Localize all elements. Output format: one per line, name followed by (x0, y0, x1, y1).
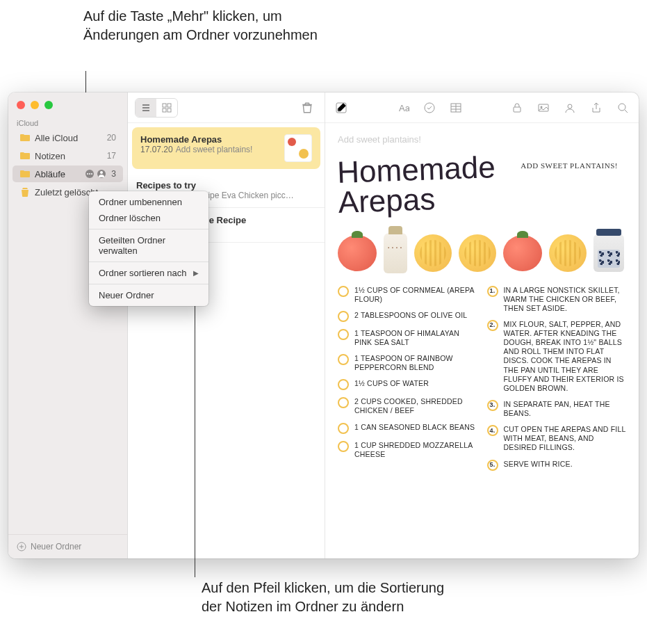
new-folder-label: Neuer Ordner (31, 542, 81, 552)
callout-bottom: Auf den Pfeil klicken, um die Sortierung… (202, 579, 452, 616)
bullet-icon (338, 441, 349, 452)
svg-point-1 (87, 173, 88, 175)
svg-point-19 (619, 104, 625, 111)
ingredient-item: 1 teaspoon of rainbow peppercorn blend (338, 354, 477, 372)
step-number-icon: 4. (487, 425, 498, 436)
compose-button[interactable] (334, 100, 349, 115)
shared-icon (97, 169, 106, 179)
svg-point-13 (425, 103, 434, 113)
sidebar-item-ablaeufe[interactable]: Abläufe 3 (13, 166, 123, 182)
editor-toolbar: Aa (325, 92, 639, 123)
minimize-window-button[interactable] (31, 101, 39, 109)
svg-point-18 (568, 104, 572, 108)
note-title: Homemade Arepas (140, 134, 279, 145)
folder-icon (19, 132, 31, 143)
folder-icon (19, 150, 31, 161)
close-window-button[interactable] (17, 101, 25, 109)
recipe-annotation: Add sweet plantains! (521, 161, 618, 170)
ingredient-text: 1 teaspoon of rainbow peppercorn blend (354, 354, 477, 372)
bullet-icon (338, 329, 349, 340)
ingredient-item: 1½ cups of water (338, 379, 477, 390)
illustration-row (338, 233, 626, 273)
step-item: 1.In a large nonstick skillet, warm the … (487, 286, 627, 313)
note-title: Recipes to try (136, 180, 316, 191)
step-number-icon: 2. (487, 320, 498, 331)
ingredient-text: 1½ cups of water (354, 379, 429, 390)
sidebar-item-all-icloud[interactable]: Alle iCloud 20 (13, 129, 123, 146)
search-button[interactable] (615, 100, 630, 115)
sidebar-item-label: Abläufe (35, 169, 85, 179)
sidebar-item-label: Notizen (35, 151, 104, 161)
table-button[interactable] (448, 100, 464, 115)
svg-text:Aa: Aa (399, 103, 409, 113)
media-button[interactable] (536, 100, 551, 115)
ingredient-item: 1 cup shredded mozzarella cheese (338, 441, 477, 459)
more-icon[interactable] (85, 169, 95, 179)
step-number-icon: 5. (487, 460, 498, 471)
jar-illustration (593, 234, 624, 272)
note-body[interactable]: Add sweet plantains! HomemadeArepas Add … (325, 123, 639, 558)
ingredient-item: 1½ cups of cornmeal (arepa flour) (338, 286, 477, 304)
menu-item[interactable]: Ordner sortieren nach▶ (89, 265, 208, 281)
menu-item-label: Geteilten Ordner verwalten (99, 235, 199, 256)
note-list-pane: Homemade Arepas 17.07.20Add sweet planta… (128, 92, 325, 558)
chevron-right-icon: ▶ (193, 269, 199, 277)
lock-button[interactable] (509, 100, 525, 115)
sidebar-item-count: 20 (107, 133, 116, 143)
bullet-icon (338, 286, 349, 297)
step-item: 3.In separate pan, heat the beans. (487, 400, 627, 418)
folder-icon (19, 168, 31, 179)
sidebar-section-label: iCloud (8, 115, 127, 129)
note-subtitle: 17.07.20Add sweet plantains! (140, 145, 279, 154)
trash-icon (19, 186, 31, 198)
tomato-illustration (503, 235, 542, 271)
ingredient-item: 2 tablespoons of olive oil (338, 311, 477, 322)
menu-item[interactable]: Neuer Ordner (89, 287, 208, 303)
sidebar-item-count: 17 (107, 151, 116, 161)
sidebar: iCloud Alle iCloud 20 Notizen 17 Abläufe… (8, 92, 128, 558)
list-view-button[interactable] (136, 99, 156, 117)
share-button[interactable] (589, 100, 604, 115)
ingredient-item: 2 cups cooked, shredded chicken / beef (338, 397, 477, 415)
orange-illustration (459, 234, 496, 272)
step-text: In a large nonstick skillet, warm the ch… (504, 286, 627, 313)
menu-item[interactable]: Ordner löschen (89, 210, 208, 226)
window-controls (8, 92, 127, 115)
svg-rect-15 (514, 107, 521, 112)
bullet-icon (338, 311, 349, 322)
menu-separator (89, 284, 208, 284)
ingredient-text: 1 can seasoned black beans (354, 423, 475, 434)
grid-view-button[interactable] (156, 99, 177, 117)
sidebar-item-notes[interactable]: Notizen 17 (13, 147, 123, 164)
svg-point-2 (89, 173, 90, 175)
new-folder-button[interactable]: Neuer Ordner (8, 534, 127, 558)
ingredient-text: 1 teaspoon of Himalayan pink sea salt (354, 329, 477, 347)
bullet-icon (338, 397, 349, 408)
steps-column: 1.In a large nonstick skillet, warm the … (487, 286, 627, 478)
folder-context-menu: Ordner umbenennenOrdner löschenGeteilten… (89, 191, 208, 306)
svg-point-17 (541, 106, 543, 108)
ingredient-text: 2 tablespoons of olive oil (354, 311, 467, 322)
menu-item-label: Ordner löschen (99, 213, 161, 223)
menu-item[interactable]: Geteilten Ordner verwalten (89, 232, 208, 259)
sidebar-item-label: Alle iCloud (35, 133, 104, 143)
checklist-button[interactable] (422, 100, 437, 115)
step-text: In separate pan, heat the beans. (504, 400, 627, 418)
delete-note-button[interactable] (297, 99, 318, 117)
menu-item[interactable]: Ordner umbenennen (89, 194, 208, 210)
view-toggle (135, 98, 178, 118)
bullet-icon (338, 379, 349, 390)
step-number-icon: 1. (487, 286, 498, 297)
format-button[interactable]: Aa (395, 100, 411, 115)
note-list: Homemade Arepas 17.07.20Add sweet planta… (128, 123, 325, 558)
menu-item-label: Ordner sortieren nach (99, 268, 186, 278)
maximize-window-button[interactable] (44, 101, 53, 109)
svg-point-3 (91, 173, 92, 175)
note-item[interactable]: Homemade Arepas 17.07.20Add sweet planta… (132, 127, 320, 169)
step-number-icon: 3. (487, 400, 498, 411)
collaborate-button[interactable] (562, 100, 578, 115)
step-item: 5.Serve with rice. (487, 460, 627, 471)
plus-circle-icon (17, 542, 26, 552)
step-text: Cut open the arepas and fill with meat, … (504, 425, 627, 452)
orange-illustration (414, 234, 452, 272)
